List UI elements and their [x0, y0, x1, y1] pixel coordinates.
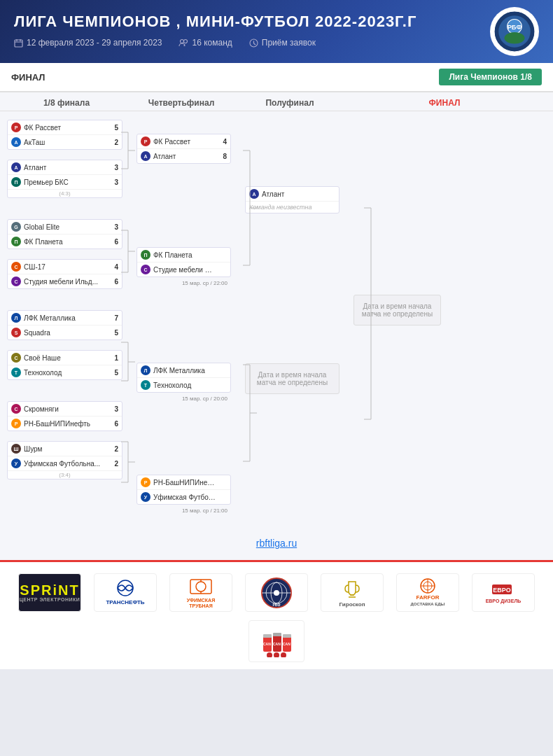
team-score: 6: [110, 420, 118, 428]
topbar-left: ФИНАЛ: [11, 72, 46, 83]
team-icon: Л: [11, 313, 21, 323]
svg-point-44: [196, 582, 206, 592]
sponsors-row: SPRiNT ЦЕНТР ЭЛЕКТРОНИКИ ТРАНСНЕФТЬ: [14, 573, 539, 612]
team-icon: Р: [11, 122, 21, 132]
bracket-area: Р ФК Рассвет 5 А АкТаш 2 А Атлант 3: [0, 111, 553, 529]
team-icon: Л: [141, 365, 150, 375]
rbfliga-link[interactable]: rbftliga.ru: [256, 538, 297, 549]
team-score: 6: [110, 238, 118, 246]
team-icon: Т: [141, 380, 150, 390]
team-score: 4: [218, 138, 227, 146]
team-icon: С: [11, 353, 21, 363]
svg-point-51: [274, 590, 279, 596]
team-icon: А: [141, 151, 150, 161]
team-name: ФК Планета: [153, 251, 216, 259]
sponsor-beer: CAN CAN CAN: [248, 620, 304, 662]
team-score: 5: [110, 329, 118, 337]
sponsor-utk: УФИМСКАЯТРУБНАЯ: [169, 573, 232, 612]
team-icon: Р: [141, 477, 150, 487]
team-icon: У: [11, 458, 21, 468]
col-header-r1: 1/8 финала: [7, 98, 126, 108]
team-icon: G: [11, 222, 21, 232]
sponsor-eurodiesel: ЕВРО ЕВРО ДИЗЕЛЬ: [472, 573, 535, 612]
team-name: Технохолод: [24, 369, 107, 377]
match-r1-8: Ш Шурм 2 У Уфимская Футбольна... 2 (3:4): [7, 441, 122, 479]
svg-text:CAN: CAN: [273, 642, 281, 646]
team-score: 3: [110, 178, 118, 186]
team-name: АкТаш: [24, 139, 107, 146]
topbar-right: Лига Чемпионов 1/8: [439, 69, 542, 85]
farfor-logo: FARFORДОСТАВКА ЕДЫ: [396, 573, 459, 612]
svg-line-8: [253, 43, 255, 45]
bracket-topbar: ФИНАЛ Лига Чемпионов 1/8: [0, 63, 553, 92]
team-score: 6: [110, 278, 118, 286]
giroskop-logo: Гироскоп: [321, 573, 384, 612]
page-title: ЛИГА ЧЕМПИОНОВ , МИНИ-ФУТБОЛ 2022-2023Г.…: [14, 13, 539, 31]
match-date: 15 мар. ср / 22:00: [136, 279, 231, 288]
team-icon: S: [11, 328, 21, 337]
team-icon: С: [11, 404, 21, 414]
team-name: ФК Рассвет: [153, 138, 216, 146]
team-name: Уфимская Футбольна...: [24, 460, 107, 468]
team-icon: П: [11, 177, 21, 187]
team-name: Squadra: [24, 329, 107, 337]
svg-text:ЕВРО: ЕВРО: [493, 587, 510, 594]
svg-text:РБФ: РБФ: [272, 603, 281, 607]
svg-rect-62: [263, 634, 272, 638]
team-score: 2: [110, 460, 118, 468]
team-score: 3: [110, 405, 118, 413]
team-icon: С: [11, 276, 21, 286]
team-score: 7: [110, 314, 118, 322]
utk-logo: УФИМСКАЯТРУБНАЯ: [169, 573, 232, 612]
match-r2-1: Р ФК Рассвет 4 А Атлант 8: [136, 132, 231, 165]
page-header: ЛИГА ЧЕМПИОНОВ , МИНИ-ФУТБОЛ 2022-2023Г.…: [0, 0, 553, 63]
beer-logo: CAN CAN CAN: [248, 620, 304, 662]
svg-rect-0: [15, 40, 22, 47]
col-header-r4: ФИНАЛ: [343, 98, 546, 108]
team-name: Атлант: [153, 153, 216, 160]
svg-text:РБФ: РБФ: [507, 24, 522, 31]
round1-col: Р ФК Рассвет 5 А АкТаш 2 А Атлант 3: [7, 118, 122, 481]
sponsor-giroskop: Гироскоп: [321, 573, 384, 612]
team-name: РН-БашНИПИнефть: [24, 420, 107, 428]
svg-point-69: [281, 652, 286, 657]
team-icon: Р: [141, 136, 150, 146]
sponsors-area: SPRiNT ЦЕНТР ЭЛЕКТРОНИКИ ТРАНСНЕФТЬ: [0, 560, 553, 669]
team-icon: Ш: [11, 444, 21, 454]
team-name: СШ-17: [24, 263, 107, 271]
svg-point-12: [505, 32, 525, 44]
svg-rect-66: [283, 634, 291, 638]
match-r2-4: Р РН-БашНИПИнефть У Уфимская Футбольна..…: [136, 473, 231, 515]
team-name: Атлант: [24, 164, 107, 172]
team-name: РН-БашНИПИнефть: [153, 479, 216, 486]
team-name: Премьер БКС: [24, 178, 107, 186]
sprint-logo: SPRiNT ЦЕНТР ЭЛЕКТРОНИКИ: [18, 573, 81, 612]
teams-count: 16 команд: [178, 38, 232, 48]
unknown-team: Команда неизвестна: [249, 204, 335, 211]
team-name: Атлант: [262, 190, 324, 198]
transneft-logo: ТРАНСНЕФТЬ: [94, 573, 157, 612]
team-score: 2: [110, 445, 118, 453]
team-score: 5: [110, 369, 118, 377]
match-date: 15 мар. ср / 20:00: [136, 394, 231, 403]
team-icon: А: [11, 162, 21, 172]
sponsor-transneft: ТРАНСНЕФТЬ: [94, 573, 157, 612]
match-date: 15 мар. ср / 21:00: [136, 506, 231, 515]
team-name: ФК Планета: [24, 238, 107, 246]
team-icon: П: [141, 250, 150, 260]
svg-point-68: [274, 652, 279, 657]
sponsor-ffb: РБФ: [245, 573, 308, 612]
team-name: Студия мебели Ильд...: [24, 278, 107, 286]
match-r1-2: А Атлант 3 П Премьер БКС 3 (4:3): [7, 160, 122, 198]
match-r1-3: G Global Elite 3 П ФК Планета 6: [7, 219, 122, 249]
round2-col: Р ФК Рассвет 4 А Атлант 8 П: [122, 118, 231, 515]
team-icon: С: [11, 262, 21, 272]
team-name: Своё Наше: [24, 354, 107, 362]
team-name: ЛФК Металлика: [153, 367, 216, 374]
team-name: ЛФК Металлика: [24, 314, 107, 322]
round4-col: Дата и время начала матча не определены: [340, 118, 441, 327]
tbd-match: Дата и время начала матча не определены: [245, 363, 340, 394]
sponsor-sprint: SPRiNT ЦЕНТР ЭЛЕКТРОНИКИ: [18, 573, 81, 612]
team-name: Скромняги: [24, 405, 107, 413]
team-icon: П: [11, 237, 21, 246]
